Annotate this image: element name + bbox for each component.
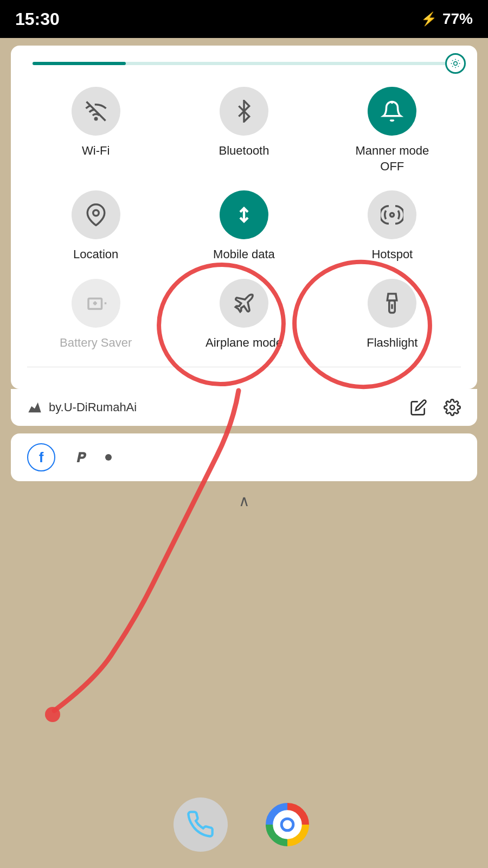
- manner-mode-circle: [368, 87, 416, 136]
- toggle-manner-mode[interactable]: Manner modeOFF: [324, 87, 461, 174]
- bottom-bar: by.U-DiRumahAi: [11, 389, 477, 426]
- hotspot-circle: [368, 190, 416, 239]
- svg-point-12: [93, 210, 99, 216]
- status-bar: 15:30 ⚡ 77%: [0, 0, 488, 38]
- brightness-slider-track[interactable]: [33, 62, 455, 65]
- p-app-shortcut[interactable]: 𝙋: [66, 443, 94, 471]
- toggle-bluetooth[interactable]: Bluetooth: [175, 87, 312, 174]
- chrome-dock-icon[interactable]: [260, 797, 314, 852]
- toggle-flashlight[interactable]: Flashlight: [324, 279, 461, 351]
- location-circle: [72, 190, 120, 239]
- brightness-slider-fill: [33, 62, 126, 65]
- manner-mode-label: Manner modeOFF: [355, 143, 429, 174]
- carrier-text: by.U-DiRumahAi: [49, 400, 137, 414]
- wifi-label: Wi-Fi: [82, 143, 110, 159]
- edit-button[interactable]: [410, 399, 427, 416]
- svg-point-10: [95, 118, 97, 120]
- phone-dock-icon[interactable]: [174, 797, 228, 852]
- status-time: 15:30: [15, 9, 60, 29]
- swipe-up-icon[interactable]: ∧: [239, 492, 250, 510]
- home-dock: [0, 797, 488, 852]
- svg-point-25: [283, 820, 292, 829]
- bluetooth-label: Bluetooth: [219, 143, 269, 159]
- flashlight-label: Flashlight: [367, 335, 418, 351]
- toggle-location[interactable]: Location: [27, 190, 164, 263]
- battery-saver-circle: [72, 279, 120, 328]
- facebook-shortcut[interactable]: f: [27, 443, 55, 471]
- toggle-hotspot[interactable]: Hotspot: [324, 190, 461, 263]
- airplane-mode-circle: [220, 279, 268, 328]
- battery-charging-icon: ⚡: [421, 11, 437, 27]
- toggles-grid: Wi-Fi Bluetooth Manner modeOFF: [27, 87, 461, 350]
- location-label: Location: [73, 247, 118, 263]
- svg-line-6: [458, 66, 459, 67]
- app-shortcuts-bar: f 𝙋: [11, 433, 477, 481]
- mobile-data-label: Mobile data: [213, 247, 275, 263]
- flashlight-circle: [368, 279, 416, 328]
- svg-marker-21: [28, 403, 41, 413]
- settings-button[interactable]: [444, 399, 461, 416]
- brightness-row[interactable]: [27, 62, 461, 65]
- svg-line-5: [452, 60, 453, 61]
- battery-saver-label: Battery Saver: [60, 335, 132, 351]
- svg-point-28: [45, 707, 60, 722]
- toggle-mobile-data[interactable]: Mobile data: [175, 190, 312, 263]
- hotspot-label: Hotspot: [371, 247, 413, 263]
- signal-icon: [27, 400, 42, 415]
- status-right: ⚡ 77%: [421, 10, 473, 28]
- wifi-circle: [72, 87, 120, 136]
- dot-indicator: [105, 454, 112, 461]
- panel-divider: [27, 367, 461, 367]
- svg-point-0: [454, 62, 458, 66]
- svg-point-22: [450, 405, 454, 410]
- bottom-actions: [410, 399, 461, 416]
- mobile-data-circle: [220, 190, 268, 239]
- svg-line-7: [452, 66, 453, 67]
- airplane-mode-label: Airplane mode: [206, 335, 282, 351]
- toggle-wifi[interactable]: Wi-Fi: [27, 87, 164, 174]
- signal-info: by.U-DiRumahAi: [27, 400, 137, 415]
- battery-percent: 77%: [442, 10, 473, 28]
- brightness-thumb: [445, 53, 466, 74]
- svg-line-8: [458, 60, 459, 61]
- bluetooth-circle: [220, 87, 268, 136]
- toggle-battery-saver[interactable]: Battery Saver: [27, 279, 164, 351]
- toggle-airplane-mode[interactable]: Airplane mode: [175, 279, 312, 351]
- quick-settings-panel: Wi-Fi Bluetooth Manner modeOFF: [11, 46, 477, 389]
- swipe-handle-bar[interactable]: ∧: [11, 492, 477, 510]
- svg-point-14: [390, 213, 394, 217]
